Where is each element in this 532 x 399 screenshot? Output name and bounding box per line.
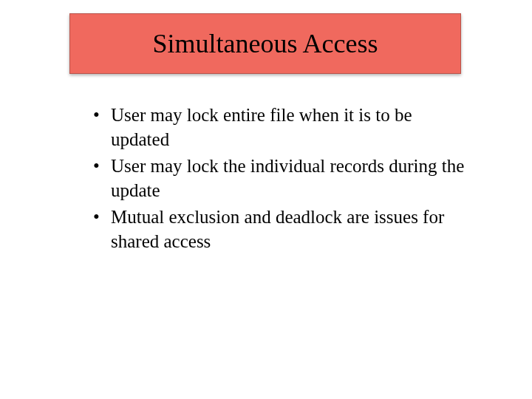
slide-title: Simultaneous Access — [153, 28, 378, 59]
list-item: User may lock entire file when it is to … — [89, 103, 466, 151]
list-item: User may lock the individual records dur… — [89, 154, 466, 202]
slide-content: User may lock entire file when it is to … — [89, 103, 466, 256]
list-item: Mutual exclusion and deadlock are issues… — [89, 205, 466, 253]
title-bar: Simultaneous Access — [69, 13, 461, 74]
bullet-list: User may lock entire file when it is to … — [89, 103, 466, 253]
